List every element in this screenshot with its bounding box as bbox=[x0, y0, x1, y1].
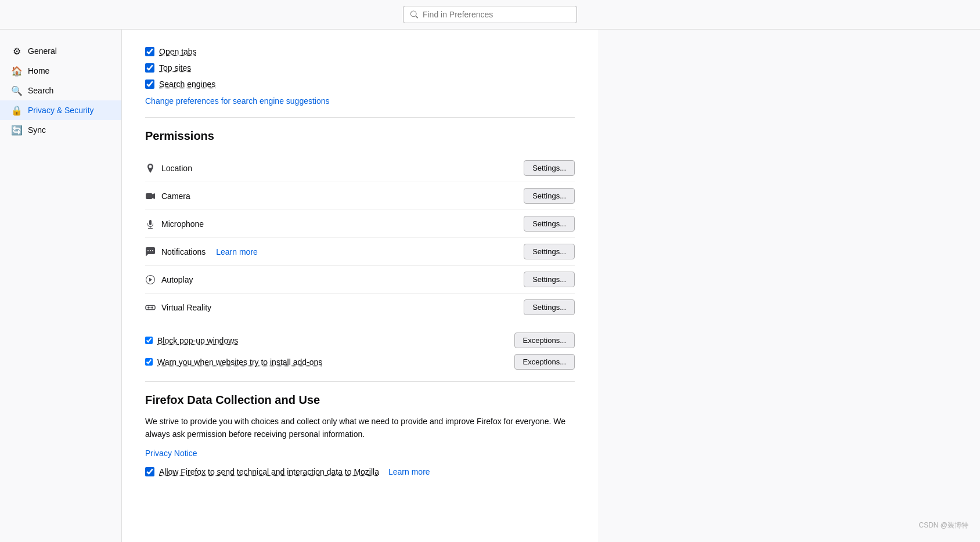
vr-label: Virtual Reality bbox=[161, 303, 211, 312]
warn-addons-checkbox[interactable] bbox=[145, 358, 153, 366]
warn-addons-exceptions-button[interactable]: Exceptions... bbox=[514, 354, 575, 370]
notifications-settings-button[interactable]: Settings... bbox=[524, 244, 575, 259]
lock-icon: 🔒 bbox=[12, 105, 22, 115]
block-popup-exceptions-button[interactable]: Exceptions... bbox=[514, 333, 575, 348]
permission-notifications: Notifications Learn more Settings... bbox=[145, 238, 575, 266]
open-tabs-label[interactable]: Open tabs bbox=[159, 47, 197, 56]
search-engine-prefs-link[interactable]: Change preferences for search engine sug… bbox=[145, 96, 330, 106]
sync-icon: 🔄 bbox=[12, 125, 22, 135]
camera-icon bbox=[145, 191, 156, 201]
microphone-label: Microphone bbox=[161, 219, 204, 229]
block-popup-label[interactable]: Block pop-up windows bbox=[157, 336, 238, 345]
autoplay-settings-button[interactable]: Settings... bbox=[524, 272, 575, 287]
data-collection-section: Firefox Data Collection and Use We striv… bbox=[145, 393, 575, 476]
sidebar-item-sync[interactable]: 🔄 Sync bbox=[0, 120, 121, 140]
sidebar-item-label: Sync bbox=[28, 125, 46, 135]
sidebar-item-search[interactable]: 🔍 Search bbox=[0, 81, 121, 100]
notifications-label: Notifications bbox=[161, 247, 206, 256]
search-bar-container bbox=[403, 6, 577, 23]
allow-technical-row: Allow Firefox to send technical and inte… bbox=[145, 467, 575, 476]
sidebar-item-home[interactable]: 🏠 Home bbox=[0, 61, 121, 81]
block-popup-checkbox[interactable] bbox=[145, 337, 153, 344]
search-engines-checkbox[interactable] bbox=[145, 80, 154, 89]
permission-location: Location Settings... bbox=[145, 154, 575, 182]
find-preferences-input[interactable] bbox=[423, 10, 570, 19]
permission-camera: Camera Settings... bbox=[145, 182, 575, 210]
location-icon bbox=[145, 163, 156, 174]
data-collection-title: Firefox Data Collection and Use bbox=[145, 393, 575, 407]
search-engines-label[interactable]: Search engines bbox=[159, 80, 215, 89]
checkbox-top-sites: Top sites bbox=[145, 63, 575, 73]
sidebar-item-label: General bbox=[28, 46, 57, 56]
permission-microphone: Microphone Settings... bbox=[145, 210, 575, 238]
vr-icon bbox=[145, 302, 156, 313]
allow-technical-checkbox[interactable] bbox=[145, 467, 154, 476]
warn-addons-label[interactable]: Warn you when websites try to install ad… bbox=[157, 357, 322, 367]
main-content: Open tabs Top sites Search engines Chang… bbox=[122, 30, 598, 542]
permission-autoplay: Autoplay Settings... bbox=[145, 266, 575, 294]
search-icon bbox=[410, 10, 418, 19]
sidebar-item-general[interactable]: ⚙ General bbox=[0, 41, 121, 61]
microphone-icon bbox=[145, 219, 156, 229]
permission-virtual-reality: Virtual Reality Settings... bbox=[145, 294, 575, 321]
vr-settings-button[interactable]: Settings... bbox=[524, 299, 575, 315]
sidebar-item-label: Privacy & Security bbox=[28, 106, 94, 115]
divider-2 bbox=[145, 381, 575, 382]
data-collection-checkboxes: Allow Firefox to send technical and inte… bbox=[145, 467, 575, 476]
notifications-icon bbox=[145, 247, 156, 257]
permissions-title: Permissions bbox=[145, 129, 575, 143]
svg-point-2 bbox=[151, 306, 153, 309]
privacy-notice-link[interactable]: Privacy Notice bbox=[145, 449, 197, 458]
location-settings-button[interactable]: Settings... bbox=[524, 160, 575, 176]
autoplay-label: Autoplay bbox=[161, 275, 193, 284]
checkbox-search-engines: Search engines bbox=[145, 80, 575, 89]
sidebar-item-label: Search bbox=[28, 86, 53, 95]
search-nav-icon: 🔍 bbox=[12, 85, 22, 96]
gear-icon: ⚙ bbox=[12, 46, 22, 56]
autoplay-icon bbox=[145, 274, 156, 285]
divider-1 bbox=[145, 117, 575, 118]
block-popup-row: Block pop-up windows Exceptions... bbox=[145, 333, 575, 348]
permissions-section: Permissions Location Settings... bbox=[145, 129, 575, 321]
open-tabs-checkbox[interactable] bbox=[145, 47, 154, 56]
top-bar bbox=[0, 0, 980, 30]
top-checkboxes: Open tabs Top sites Search engines bbox=[145, 47, 575, 89]
home-icon: 🏠 bbox=[12, 66, 22, 76]
svg-point-1 bbox=[147, 306, 150, 309]
data-collection-description: We strive to provide you with choices an… bbox=[145, 415, 575, 441]
watermark: CSDN @装博特 bbox=[918, 521, 968, 530]
checkbox-open-tabs: Open tabs bbox=[145, 47, 575, 56]
top-sites-label[interactable]: Top sites bbox=[159, 63, 191, 73]
warn-addons-row: Warn you when websites try to install ad… bbox=[145, 354, 575, 370]
camera-settings-button[interactable]: Settings... bbox=[524, 188, 575, 204]
main-layout: ⚙ General 🏠 Home 🔍 Search 🔒 Privacy & Se… bbox=[0, 30, 980, 542]
sidebar-item-privacy[interactable]: 🔒 Privacy & Security bbox=[0, 100, 121, 120]
sidebar-item-label: Home bbox=[28, 66, 49, 75]
location-label: Location bbox=[161, 164, 192, 173]
notifications-learn-more-link[interactable]: Learn more bbox=[216, 247, 258, 256]
microphone-settings-button[interactable]: Settings... bbox=[524, 216, 575, 232]
permissions-checkboxes: Block pop-up windows Exceptions... Warn … bbox=[145, 333, 575, 370]
sidebar: ⚙ General 🏠 Home 🔍 Search 🔒 Privacy & Se… bbox=[0, 30, 122, 542]
allow-technical-learn-more-link[interactable]: Learn more bbox=[388, 467, 430, 476]
top-sites-checkbox[interactable] bbox=[145, 63, 154, 73]
camera-label: Camera bbox=[161, 191, 190, 201]
allow-technical-label[interactable]: Allow Firefox to send technical and inte… bbox=[159, 467, 379, 476]
